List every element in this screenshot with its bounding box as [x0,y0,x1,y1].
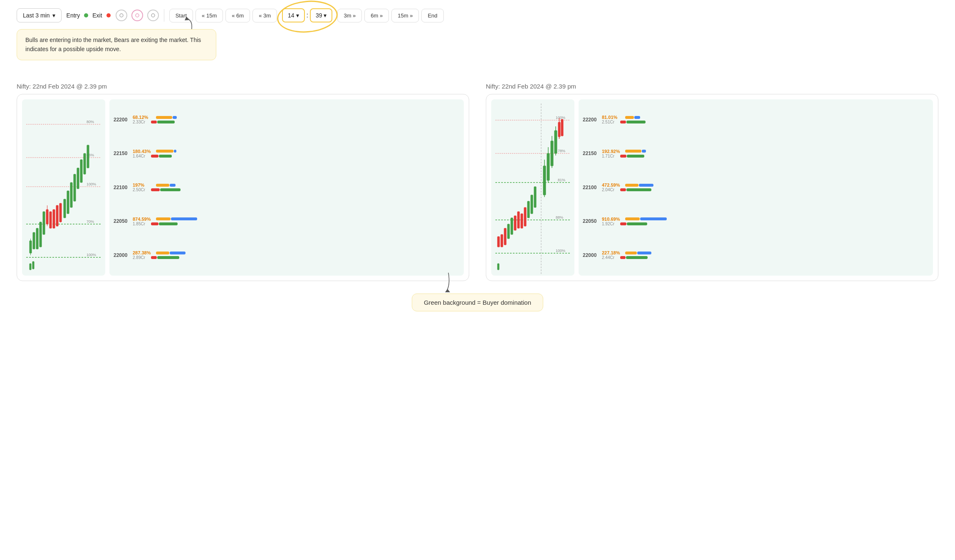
minute-select[interactable]: 39 ▾ [310,8,332,22]
chart-card-1: 80% 66% 100% 70% 100% [17,94,469,281]
svg-rect-24 [74,174,76,201]
bar-pct-label: 227.18% [602,250,623,255]
svg-rect-53 [517,212,520,228]
svg-rect-31 [56,205,58,226]
svg-marker-3 [185,17,190,20]
svg-text:80%: 80% [87,120,94,124]
bottom-tooltip-text: Green background = Buyer domination [424,299,531,306]
bar-vol-label: 2.50Cr [133,187,149,192]
bar-pct-label: 68.12% [133,115,154,120]
svg-text:88%: 88% [556,215,563,220]
price-label: 22150 [583,150,599,156]
candle-chart-2: 100% 78% 81% 88% 100% [491,99,574,276]
bar-data-2: 2220081.01%2.51Cr22150192.92%1.71Cr22100… [579,99,933,276]
hour-select[interactable]: 14 ▾ [282,8,304,22]
bar-level-row: 22050910.69%1.92Cr [583,217,929,226]
svg-rect-60 [534,187,536,207]
entry-label: Entry [67,12,80,19]
svg-rect-26 [80,160,82,183]
chevron-down-icon: ▾ [52,12,55,19]
svg-rect-32 [59,203,62,222]
bar-vol-label: 2.04Cr [602,187,619,192]
price-label: 22050 [583,218,599,224]
svg-rect-50 [501,234,503,247]
chart-title-1: Nifty: 22nd Feb 2024 @ 2.39 pm [17,83,469,90]
bar-vol-label: 2.44Cr [602,255,619,260]
svg-marker-73 [445,289,450,292]
bar-vol-label: 1.64Cr [133,154,149,158]
chart-title-2: Nifty: 22nd Feb 2024 @ 2.39 pm [486,83,938,90]
tooltip-box: Bulls are entering into the market, Bear… [17,29,216,60]
price-label: 22150 [114,150,129,156]
price-label: 22050 [114,218,129,224]
bar-vol-label: 2.51Cr [602,120,619,124]
svg-rect-36 [32,261,34,269]
bottom-annotation: Green background = Buyer domination [17,294,938,311]
bar-level-row: 22100197%2.50Cr [114,183,460,192]
svg-rect-21 [64,199,66,218]
nav-6m-back[interactable]: « 6m [225,9,250,22]
nav-3m-fwd[interactable]: 3m » [337,9,362,22]
bar-level-row: 22100472.59%2.04Cr [583,183,929,192]
bar-level-row: 2220081.01%2.51Cr [583,115,929,124]
svg-rect-17 [33,232,35,249]
bar-vol-label: 2.33Cr [133,120,149,124]
bar-pct-label: 287.38% [133,250,154,255]
bar-vol-label: 1.85Cr [133,222,149,226]
candle-chart-1: 80% 66% 100% 70% 100% [22,99,105,276]
svg-rect-33 [84,153,86,174]
bar-level-row: 22150192.92%1.71Cr [583,149,929,158]
price-label: 22100 [114,185,129,190]
price-label: 22200 [583,117,599,123]
svg-point-1 [136,14,139,17]
svg-rect-58 [527,201,529,218]
svg-rect-22 [67,191,69,214]
bar-pct-label: 180.43% [133,149,154,154]
time-colon: : [307,12,308,19]
svg-text:78%: 78% [558,149,565,153]
price-label: 22000 [114,252,129,258]
svg-text:100%: 100% [556,249,565,253]
svg-text:81%: 81% [558,178,565,182]
svg-rect-52 [514,216,516,230]
time-range-label: Last 3 min [23,12,50,19]
svg-text:100%: 100% [87,253,96,257]
svg-text:100%: 100% [556,116,565,120]
chart-section-2: Nifty: 22nd Feb 2024 @ 2.39 pm 100% 78% [486,83,938,281]
exit-dot [106,13,111,17]
svg-point-2 [151,14,155,17]
candle-svg-2: 100% 78% 81% 88% 100% [491,99,574,274]
circle-btn-2[interactable] [131,10,143,21]
hour-value: 14 [288,12,294,19]
circle-btn-3[interactable] [147,10,159,21]
svg-rect-25 [77,168,79,189]
entry-dot [84,13,88,17]
nav-6m-fwd[interactable]: 6m » [364,9,389,22]
tooltip-text: Bulls are entering into the market, Bear… [25,37,201,52]
nav-3m-back[interactable]: « 3m [252,9,277,22]
nav-15m-back[interactable]: « 15m [195,9,223,22]
svg-rect-49 [497,237,500,247]
svg-rect-54 [521,214,523,228]
minute-value: 39 [316,12,322,19]
price-label: 22100 [583,185,599,190]
nav-end[interactable]: End [421,9,443,22]
bar-data-1: 2220068.12%2.33Cr22150180.43%1.64Cr22100… [109,99,464,276]
svg-rect-55 [524,207,526,226]
circle-icon-group [116,10,159,21]
chart-card-2: 100% 78% 81% 88% 100% [486,94,938,281]
chart-section-1: Nifty: 22nd Feb 2024 @ 2.39 pm 80% 66% 1… [17,83,469,281]
arrow-down-icon [436,271,461,296]
bar-level-row: 22150180.43%1.64Cr [114,149,460,158]
svg-rect-20 [43,212,45,234]
time-range-dropdown[interactable]: Last 3 min ▾ [17,8,62,22]
svg-rect-34 [87,145,89,168]
svg-text:70%: 70% [87,220,94,224]
bottom-tooltip-box: Green background = Buyer domination [412,294,543,311]
circle-btn-1[interactable] [116,10,127,21]
svg-rect-71 [561,119,563,136]
toolbar-divider [164,9,164,22]
svg-rect-56 [507,224,510,239]
bar-vol-label: 1.92Cr [602,222,619,226]
nav-15m-fwd[interactable]: 15m » [391,9,419,22]
